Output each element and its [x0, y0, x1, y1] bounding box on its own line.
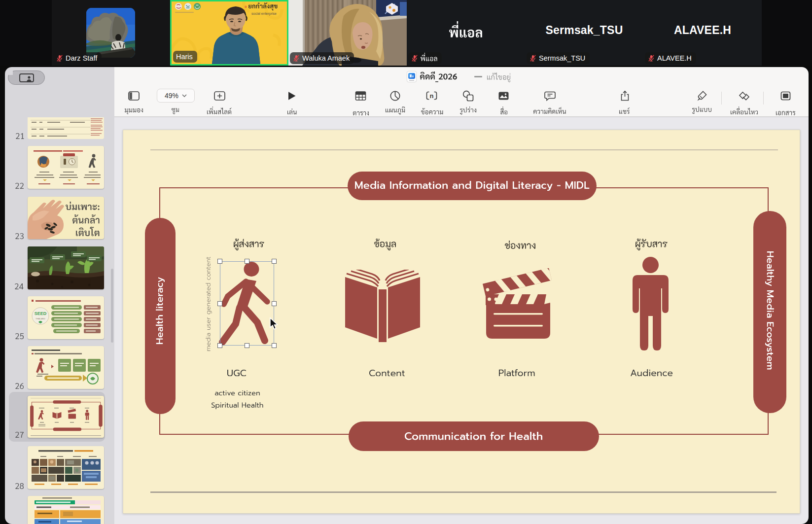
svg-text:THAILAND: THAILAND	[35, 317, 45, 320]
svg-text:SEED: SEED	[35, 311, 47, 316]
svg-text:n: n	[430, 92, 434, 100]
